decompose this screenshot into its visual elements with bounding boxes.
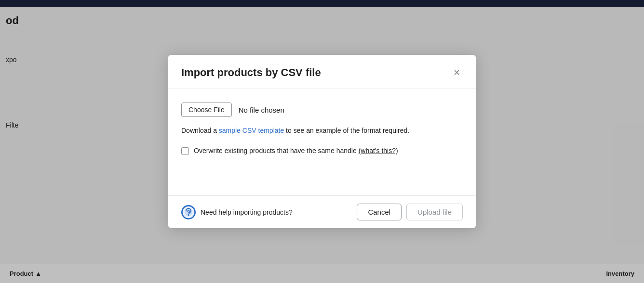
overwrite-checkbox-row: Overwrite existing products that have th… xyxy=(181,146,463,156)
download-prefix: Download a xyxy=(181,127,219,134)
choose-file-button[interactable]: Choose File xyxy=(181,103,232,117)
modal-body: Choose File No file chosen Download a sa… xyxy=(168,89,476,196)
cancel-button[interactable]: Cancel xyxy=(357,204,402,220)
no-file-chosen-text: No file chosen xyxy=(239,106,284,114)
upload-file-button[interactable]: Upload file xyxy=(406,204,463,220)
help-icon: ? xyxy=(181,205,196,219)
whats-this-link[interactable]: (what's this?) xyxy=(359,147,398,154)
overwrite-label-prefix: Overwrite existing products that have th… xyxy=(194,147,359,154)
modal-header: Import products by CSV file × xyxy=(168,55,476,89)
footer-buttons: Cancel Upload file xyxy=(357,204,463,220)
modal-close-button[interactable]: × xyxy=(451,66,463,79)
download-suffix: to see an example of the format required… xyxy=(284,127,409,134)
modal-overlay: Import products by CSV file × Choose Fil… xyxy=(0,0,644,283)
overwrite-checkbox[interactable] xyxy=(181,147,189,155)
svg-text:?: ? xyxy=(187,209,190,216)
help-section: ? Need help importing products? xyxy=(181,205,293,219)
modal-footer: ? Need help importing products? Cancel U… xyxy=(168,196,476,228)
overwrite-checkbox-label: Overwrite existing products that have th… xyxy=(194,146,398,156)
modal-title: Import products by CSV file xyxy=(181,66,321,79)
help-text: Need help importing products? xyxy=(201,208,293,216)
download-template-text: Download a sample CSV template to see an… xyxy=(181,126,463,136)
sample-csv-template-link[interactable]: sample CSV template xyxy=(219,127,284,134)
import-csv-modal: Import products by CSV file × Choose Fil… xyxy=(168,55,476,228)
file-input-row: Choose File No file chosen xyxy=(181,103,463,117)
